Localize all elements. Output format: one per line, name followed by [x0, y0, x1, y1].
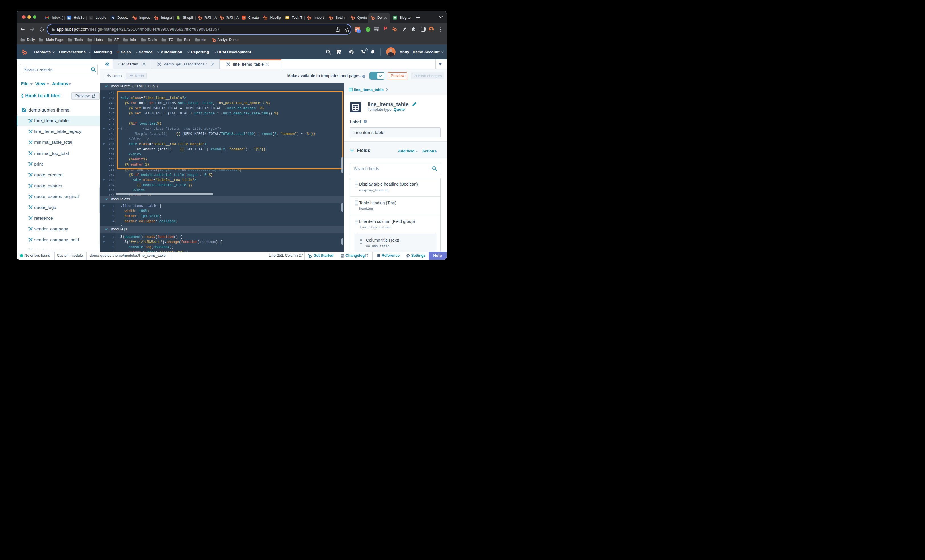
- svg-text:19: 19: [68, 17, 70, 18]
